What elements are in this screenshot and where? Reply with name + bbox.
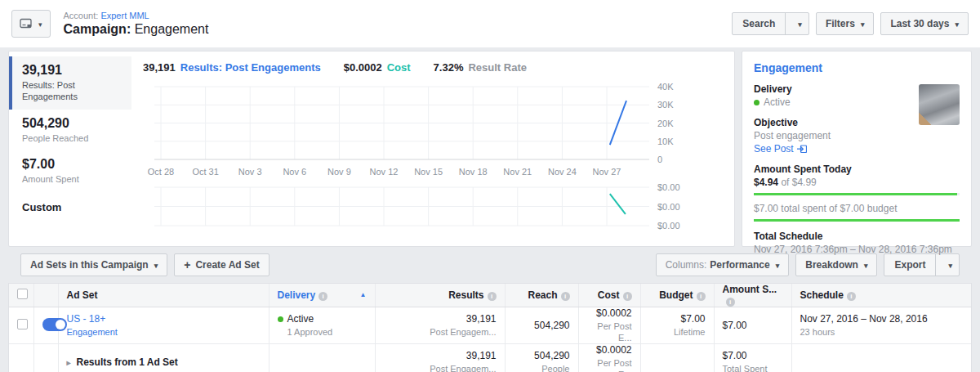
- col-header-adset[interactable]: Ad Set: [58, 284, 269, 307]
- see-post-link[interactable]: See Post: [754, 143, 960, 155]
- post-thumbnail[interactable]: [919, 84, 960, 125]
- svg-text:$0.00: $0.00: [657, 183, 680, 192]
- objective-value: Post engagement: [754, 130, 960, 141]
- col-header-amount-spent[interactable]: Amount S...: [714, 284, 791, 307]
- chart-results-value: 39,191: [143, 61, 176, 74]
- info-icon[interactable]: [318, 292, 327, 301]
- svg-text:Nov 12: Nov 12: [370, 167, 399, 177]
- svg-text:20K: 20K: [657, 119, 674, 128]
- select-all-checkbox[interactable]: [17, 289, 28, 299]
- cost-metric: Per Post E...: [587, 357, 632, 372]
- svg-text:40K: 40K: [657, 82, 674, 92]
- chart-area: 39,191 Results: Post Engagements $0.0002…: [131, 52, 734, 246]
- campaign-name: Engagement: [135, 22, 209, 36]
- table-header-row: Ad Set Delivery Results Reach Cost Budge…: [9, 284, 971, 307]
- col-header-results[interactable]: Results: [375, 284, 505, 307]
- campaign-title-link[interactable]: Engagement: [754, 61, 960, 74]
- amount-spent-value: $7.00: [723, 320, 783, 332]
- cost-value: $0.0002: [587, 344, 632, 356]
- adsets-scope-label: Ad Sets in this Campaign: [30, 259, 149, 271]
- performance-panel: 39,191 Results: Post Engagements 504,290…: [8, 51, 735, 247]
- chart-rate-value: 7.32%: [434, 61, 464, 74]
- row-checkbox[interactable]: [17, 319, 28, 329]
- chart-cost-label[interactable]: Cost: [387, 61, 411, 74]
- svg-text:Nov 15: Nov 15: [414, 167, 443, 177]
- breakdown-dropdown[interactable]: Breakdown: [795, 253, 877, 276]
- info-icon[interactable]: [697, 292, 706, 301]
- ads-manager-menu-button[interactable]: [11, 10, 51, 38]
- col-header-reach[interactable]: Reach: [505, 284, 578, 307]
- amount-spent-today-cap: of $4.99: [781, 177, 816, 188]
- custom-metrics-link[interactable]: Custom: [9, 191, 131, 213]
- svg-text:$0.00: $0.00: [657, 221, 680, 231]
- adsets-scope-dropdown[interactable]: Ad Sets in this Campaign: [20, 253, 167, 276]
- amount-spent-metric: Total Spent: [723, 363, 783, 372]
- account-label: Account:: [64, 11, 99, 20]
- chart-results-label[interactable]: Results: Post Engagements: [180, 61, 321, 74]
- page-title: Campaign: Engagement: [64, 22, 733, 37]
- info-icon[interactable]: [726, 298, 735, 307]
- plus-icon: +: [184, 259, 190, 271]
- info-icon[interactable]: [623, 292, 632, 301]
- adset-name-link[interactable]: US - 18+: [67, 313, 106, 325]
- total-schedule-label: Total Schedule: [754, 231, 960, 242]
- adsets-table: Ad Set Delivery Results Reach Cost Budge…: [8, 283, 972, 372]
- svg-text:$0.00: $0.00: [657, 202, 680, 212]
- breakdown-label: Breakdown: [805, 259, 858, 271]
- results-metric: Post Engagem...: [384, 363, 497, 372]
- svg-text:Nov 18: Nov 18: [459, 167, 488, 177]
- expand-row-icon[interactable]: [67, 358, 71, 367]
- daily-budget-progress-bar: [754, 193, 960, 195]
- col-header-cost[interactable]: Cost: [578, 284, 640, 307]
- date-range-button[interactable]: Last 30 days: [880, 12, 969, 35]
- budget-type: Lifetime: [649, 326, 706, 338]
- metric-value: 39,191: [22, 63, 123, 78]
- summary-row: Results from 1 Ad Set 39,191 Post Engage…: [9, 344, 971, 372]
- campaign-icon: [20, 18, 33, 29]
- cost-metric: Per Post E...: [587, 320, 632, 343]
- export-dropdown-button[interactable]: [935, 254, 959, 276]
- export-label[interactable]: Export: [884, 254, 935, 276]
- filters-button[interactable]: Filters: [816, 12, 875, 35]
- col-header-label: Delivery: [278, 289, 316, 301]
- col-header-schedule[interactable]: Schedule: [791, 284, 971, 307]
- svg-text:Nov 27: Nov 27: [593, 167, 621, 177]
- create-adset-button[interactable]: + Create Ad Set: [174, 253, 269, 276]
- search-button[interactable]: Search: [732, 12, 809, 35]
- search-dropdown-button[interactable]: [785, 13, 808, 34]
- amount-spent-today-label: Amount Spent Today: [754, 164, 960, 175]
- chart-rate-label[interactable]: Result Rate: [468, 61, 527, 74]
- reach-metric: People: [514, 363, 570, 372]
- col-header-budget[interactable]: Budget: [640, 284, 714, 307]
- title-block: Account: Expert MML Campaign: Engagement: [64, 11, 733, 37]
- col-header-label: Ad Set: [67, 289, 98, 301]
- col-header-delivery[interactable]: Delivery: [269, 284, 375, 307]
- chart-cost-value: $0.0002: [344, 61, 382, 74]
- adsets-toolbar: Ad Sets in this Campaign + Create Ad Set…: [20, 253, 972, 276]
- info-icon[interactable]: [847, 292, 856, 301]
- export-button[interactable]: Export: [884, 253, 960, 276]
- svg-text:Nov 9: Nov 9: [327, 167, 351, 177]
- results-value: 39,191: [384, 350, 497, 362]
- columns-dropdown[interactable]: Columns: Performance: [656, 253, 790, 276]
- metric-label: Results: Post Engagements: [22, 79, 123, 103]
- metric-item-amount-spent[interactable]: $7.00 Amount Spent: [9, 150, 131, 191]
- metric-label: Amount Spent: [22, 173, 123, 185]
- budget-value: $7.00: [649, 313, 706, 325]
- reach-value: 504,290: [514, 350, 570, 362]
- adset-active-toggle[interactable]: [42, 318, 67, 331]
- sort-ascending-icon[interactable]: [360, 291, 367, 298]
- svg-text:0: 0: [657, 155, 662, 164]
- info-icon[interactable]: [488, 292, 497, 301]
- account-link[interactable]: Expert MML: [100, 11, 149, 20]
- info-icon[interactable]: [561, 292, 570, 301]
- adset-campaign-link[interactable]: Engagement: [67, 327, 118, 337]
- chevron-down-icon: [798, 18, 802, 29]
- svg-text:Nov 24: Nov 24: [548, 167, 577, 177]
- amount-spent-today-value: $4.94: [754, 177, 778, 188]
- metric-item-people-reached[interactable]: 504,290 People Reached: [9, 110, 131, 150]
- metric-item-results[interactable]: 39,191 Results: Post Engagements: [9, 56, 131, 110]
- campaign-label: Campaign:: [64, 22, 131, 36]
- summary-row-label: Results from 1 Ad Set: [77, 356, 178, 368]
- search-button-label[interactable]: Search: [733, 13, 785, 34]
